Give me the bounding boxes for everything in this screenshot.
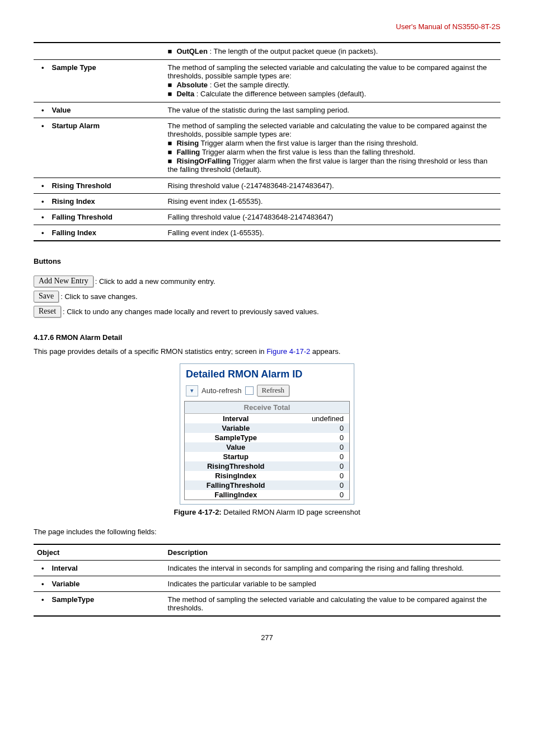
- description-line: Falling threshold value (-2147483648-214…: [168, 213, 497, 221]
- item-text: Trigger alarm when the first value is la…: [201, 139, 418, 147]
- table2-head-object: Object: [34, 544, 165, 561]
- row-label-text: Interval: [52, 564, 78, 572]
- square-bullet-icon: ■: [168, 47, 172, 55]
- panel-row-label: Interval: [185, 414, 287, 424]
- square-bullet-icon: ■: [168, 139, 172, 147]
- table-row-description: Falling threshold value (-2147483648-214…: [165, 209, 500, 225]
- buttons-heading: Buttons: [34, 257, 500, 265]
- row-label-text: Value: [52, 106, 71, 114]
- table-row: Variable0: [185, 423, 350, 433]
- rmon-alarm-panel: Detailed RMON Alarm ID ▾ Auto-refresh Re…: [180, 363, 354, 505]
- chevron-down-icon: ▾: [190, 387, 194, 394]
- table-row-description: Indicates the particular variable to be …: [165, 576, 500, 592]
- buttons-section: Add New Entry: Click to add a new commun…: [34, 276, 500, 318]
- button-description-row: Reset: Click to undo any changes made lo…: [34, 306, 500, 318]
- intro-pre: This page provides details of a specific…: [34, 347, 266, 356]
- row-label-text: Rising Threshold: [52, 181, 111, 190]
- panel-row-label: FallingIndex: [185, 490, 287, 500]
- table-row: RisingIndex0: [185, 471, 350, 480]
- button-description-text: : Click to add a new community entry.: [95, 277, 216, 286]
- row-label-text: Falling Threshold: [52, 213, 113, 221]
- panel-row-value: 0: [287, 442, 349, 452]
- table-row-label: •Variable: [34, 576, 165, 592]
- intro-post: appears.: [310, 347, 340, 356]
- item-term: Absolute: [176, 81, 208, 89]
- item-text: : Get the sample directly.: [210, 81, 290, 89]
- item-term: Delta: [176, 90, 194, 98]
- table2-head-description: Description: [165, 544, 500, 561]
- table-row: SampleType0: [185, 433, 350, 442]
- panel-title: Detailed RMON Alarm ID: [180, 364, 354, 382]
- item-text: Trigger alarm when the first value is le…: [202, 148, 415, 156]
- receive-total-header: Receive Total: [185, 402, 350, 414]
- panel-row-label: Startup: [185, 452, 287, 461]
- bullet-icon: •: [41, 580, 44, 588]
- table-row-description: Falling event index (1-65535).: [165, 225, 500, 241]
- row-label-text: SampleType: [52, 595, 95, 604]
- auto-refresh-label: Auto-refresh: [202, 386, 242, 395]
- figure-caption-text: Detailed RMON Alarm ID page screenshot: [222, 508, 360, 516]
- row-label-text: Sample Type: [52, 63, 96, 72]
- row-label-text: Variable: [52, 580, 80, 588]
- table-row-description: The value of the statistic during the la…: [165, 102, 500, 118]
- table-row-label: •SampleType: [34, 592, 165, 617]
- button-description-row: Save: Click to save changes.: [34, 291, 500, 302]
- panel-row-value: 0: [287, 461, 349, 471]
- panel-row-label: RisingThreshold: [185, 461, 287, 471]
- list-item: ■OutQLen : The length of the output pack…: [168, 47, 497, 55]
- table-row-label: •Interval: [34, 561, 165, 576]
- row-label-text: Falling Index: [52, 228, 96, 237]
- square-bullet-icon: ■: [168, 90, 172, 98]
- section-heading-alarm-detail: 4.17.6 RMON Alarm Detail: [34, 333, 500, 342]
- bullet-icon: •: [41, 213, 44, 221]
- panel-row-label: RisingIndex: [185, 471, 287, 480]
- table-row: FallingThreshold0: [185, 480, 350, 490]
- add-new-entry-button[interactable]: Add New Entry: [34, 276, 93, 287]
- square-bullet-icon: ■: [168, 81, 172, 89]
- square-bullet-icon: ■: [168, 148, 172, 156]
- table2-intro: The page includes the following fields:: [34, 528, 500, 536]
- auto-refresh-checkbox[interactable]: [245, 386, 254, 395]
- item-text: : Calculate the difference between sampl…: [196, 90, 366, 98]
- save-button[interactable]: Save: [34, 291, 59, 302]
- item-term: OutQLen: [176, 47, 208, 55]
- bullet-icon: •: [41, 197, 44, 206]
- alarm-config-table: ■OutQLen : The length of the output pack…: [34, 42, 500, 241]
- description-line: The method of sampling the selected vari…: [168, 122, 497, 138]
- bullet-icon: •: [41, 63, 44, 72]
- list-item: ■Falling Trigger alarm when the first va…: [168, 148, 497, 156]
- header-manual-title: User's Manual of NS3550-8T-2S: [34, 22, 500, 31]
- fields-description-table: Object Description •IntervalIndicates th…: [34, 544, 500, 617]
- table-row-description: The method of sampling the selected vari…: [165, 60, 500, 102]
- panel-row-label: FallingThreshold: [185, 480, 287, 490]
- figure-reference-link[interactable]: Figure 4-17-2: [266, 347, 310, 356]
- bullet-icon: •: [41, 595, 44, 604]
- receive-total-table: Receive Total IntervalundefinedVariable0…: [184, 401, 350, 500]
- panel-controls: ▾ Auto-refresh Refresh: [180, 382, 354, 401]
- panel-row-value: 0: [287, 433, 349, 442]
- table-row-description: ■OutQLen : The length of the output pack…: [165, 43, 500, 60]
- table-row-description: The method of sampling the selected vari…: [165, 592, 500, 617]
- description-line: Falling event index (1-65535).: [168, 228, 497, 237]
- reset-button[interactable]: Reset: [34, 306, 61, 318]
- id-dropdown[interactable]: ▾: [186, 385, 198, 396]
- panel-row-value: 0: [287, 452, 349, 461]
- refresh-button[interactable]: Refresh: [257, 385, 289, 396]
- button-description-text: : Click to undo any changes made locally…: [63, 307, 318, 316]
- bullet-icon: •: [41, 228, 44, 237]
- table-row-label: •Falling Index: [34, 225, 165, 241]
- table-row-label: •Rising Threshold: [34, 178, 165, 194]
- page-number: 277: [34, 633, 500, 642]
- panel-row-value: 0: [287, 471, 349, 480]
- table-row-label: [34, 43, 165, 60]
- list-item: ■Delta : Calculate the difference betwee…: [168, 90, 497, 98]
- item-term: Falling: [176, 148, 200, 156]
- description-line: The method of sampling the selected vari…: [168, 63, 497, 80]
- table-row-label: •Value: [34, 102, 165, 118]
- figure-caption-label: Figure 4-17-2:: [174, 508, 221, 516]
- table-row-label: •Sample Type: [34, 60, 165, 102]
- item-text: : The length of the output packet queue …: [210, 47, 378, 55]
- table-row: Intervalundefined: [185, 414, 350, 424]
- table-row: RisingThreshold0: [185, 461, 350, 471]
- panel-row-label: Variable: [185, 423, 287, 433]
